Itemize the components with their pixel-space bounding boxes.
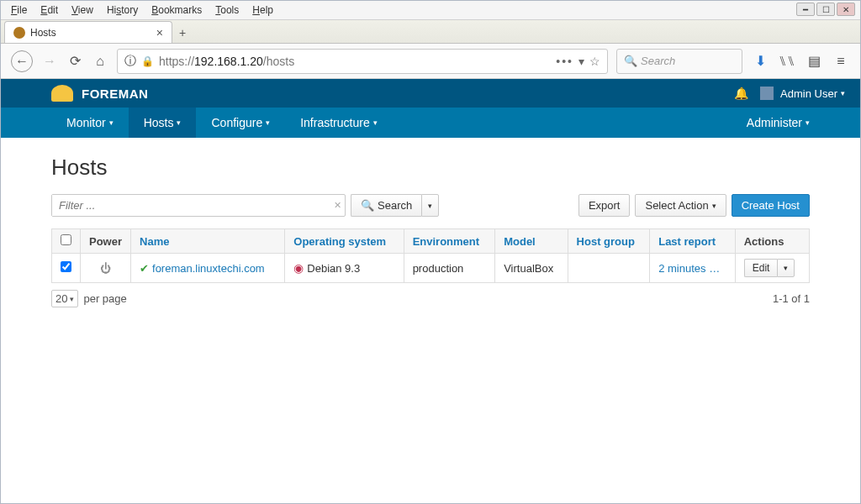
- reload-button[interactable]: ⟳: [66, 53, 83, 70]
- filter-group: ✕: [51, 194, 346, 217]
- sidebar-icon[interactable]: ▤: [805, 52, 823, 71]
- brand[interactable]: FOREMAN: [51, 85, 148, 102]
- brand-icon: [51, 85, 73, 102]
- pagination-count: 1-1 of 1: [773, 292, 810, 305]
- window-close[interactable]: ✕: [837, 3, 855, 16]
- edit-dropdown[interactable]: ▾: [777, 259, 795, 277]
- menu-help[interactable]: Help: [246, 3, 280, 18]
- hosts-table: Power Name Operating system Environment …: [51, 228, 810, 283]
- edit-button[interactable]: Edit: [744, 259, 778, 277]
- select-action-button[interactable]: Select Action ▾: [635, 194, 726, 217]
- browser-search[interactable]: 🔍 Search: [616, 49, 742, 74]
- pagination: 20 ▾ per page 1-1 of 1: [51, 290, 810, 307]
- tab-close-icon[interactable]: ×: [156, 26, 163, 39]
- chevron-down-icon: ▾: [841, 89, 845, 97]
- nav-hosts[interactable]: Hosts ▾: [129, 108, 197, 138]
- forward-button[interactable]: →: [41, 53, 58, 70]
- menu-icon[interactable]: ≡: [832, 52, 850, 71]
- col-name[interactable]: Name: [131, 229, 285, 254]
- per-page-label: per page: [83, 292, 126, 305]
- app-nav: Monitor ▾ Hosts ▾ Configure ▾ Infrastruc…: [1, 108, 860, 138]
- url-text: https://192.168.1.20/hosts: [159, 55, 551, 68]
- search-placeholder: Search: [641, 55, 675, 67]
- browser-tabbar: Hosts × +: [1, 20, 860, 44]
- toolbar-row: ✕ 🔍 Search ▾ Export Select Action ▾ Crea…: [51, 194, 810, 217]
- col-actions: Actions: [735, 229, 809, 254]
- nav-configure[interactable]: Configure ▾: [196, 108, 285, 138]
- debian-icon: ◉: [293, 261, 304, 275]
- search-button[interactable]: 🔍 Search: [351, 194, 421, 217]
- nav-administer[interactable]: Administer ▾: [732, 108, 860, 138]
- select-all-checkbox[interactable]: [61, 234, 71, 245]
- app-header: FOREMAN 🔔 Admin User ▾: [1, 79, 860, 108]
- nav-infrastructure[interactable]: Infrastructure ▾: [285, 108, 392, 138]
- chevron-down-icon: ▾: [109, 118, 114, 127]
- cell-actions: Edit ▾: [735, 254, 809, 283]
- library-icon[interactable]: ⑊⑊: [778, 52, 796, 71]
- downloads-icon[interactable]: ⬇: [751, 52, 769, 71]
- col-lastreport[interactable]: Last report: [650, 229, 736, 254]
- page-body: Hosts ✕ 🔍 Search ▾ Export Select Action …: [1, 138, 860, 324]
- create-host-button[interactable]: Create Host: [732, 194, 810, 217]
- notifications-icon[interactable]: 🔔: [734, 87, 748, 100]
- menu-edit[interactable]: Edit: [34, 3, 65, 18]
- col-os[interactable]: Operating system: [285, 229, 404, 254]
- per-page-select[interactable]: 20 ▾: [51, 290, 78, 307]
- bookmark-star-icon[interactable]: ☆: [589, 55, 600, 68]
- lock-icon: 🔒: [141, 55, 154, 67]
- row-checkbox[interactable]: [61, 261, 71, 272]
- table-row: ⏻ ✔foreman.linuxtechi.com ◉Debian 9.3 pr…: [52, 254, 810, 283]
- cell-lastreport: 2 minutes …: [650, 254, 736, 283]
- search-btn-group: 🔍 Search ▾: [351, 194, 439, 217]
- col-environment[interactable]: Environment: [404, 229, 495, 254]
- url-bar[interactable]: ⓘ 🔒 https://192.168.1.20/hosts ••• ▾ ☆: [117, 49, 608, 74]
- page-title: Hosts: [51, 155, 810, 181]
- menu-view[interactable]: View: [65, 3, 100, 18]
- pocket-icon[interactable]: ▾: [578, 55, 584, 68]
- home-button[interactable]: ⌂: [92, 53, 108, 70]
- col-model[interactable]: Model: [495, 229, 568, 254]
- cell-os: ◉Debian 9.3: [285, 254, 404, 283]
- browser-tab[interactable]: Hosts ×: [4, 21, 172, 43]
- menu-bookmarks[interactable]: Bookmarks: [145, 3, 209, 18]
- search-dropdown[interactable]: ▾: [421, 194, 439, 217]
- user-name: Admin User: [780, 87, 837, 100]
- new-tab-button[interactable]: +: [172, 23, 193, 43]
- info-icon[interactable]: ⓘ: [124, 54, 136, 69]
- tab-favicon: [13, 27, 25, 39]
- brand-text: FOREMAN: [82, 87, 148, 101]
- col-select[interactable]: [52, 229, 81, 254]
- cell-name[interactable]: ✔foreman.linuxtechi.com: [131, 254, 285, 283]
- menu-history[interactable]: History: [100, 3, 145, 18]
- filter-input[interactable]: [52, 195, 330, 216]
- status-ok-icon: ✔: [140, 262, 149, 275]
- chevron-down-icon: ▾: [266, 118, 270, 127]
- cell-environment: production: [404, 254, 495, 283]
- col-power: Power: [81, 229, 131, 254]
- browser-toolbar: ← → ⟳ ⌂ ⓘ 🔒 https://192.168.1.20/hosts •…: [1, 44, 860, 79]
- tab-title: Hosts: [30, 27, 56, 39]
- cell-hostgroup: [568, 254, 650, 283]
- chevron-down-icon: ▾: [806, 118, 810, 127]
- firefox-menubar: File Edit View History Bookmarks Tools H…: [1, 1, 860, 20]
- filter-clear-icon[interactable]: ✕: [330, 195, 345, 216]
- window-minimize[interactable]: ━: [796, 3, 815, 16]
- avatar-icon: [760, 87, 774, 100]
- page-actions-icon[interactable]: •••: [556, 55, 573, 68]
- cell-model: VirtualBox: [495, 254, 568, 283]
- search-icon: 🔍: [624, 55, 637, 67]
- menu-tools[interactable]: Tools: [209, 3, 246, 18]
- power-icon[interactable]: ⏻: [100, 262, 111, 275]
- nav-monitor[interactable]: Monitor ▾: [51, 108, 129, 138]
- chevron-down-icon: ▾: [177, 118, 181, 127]
- menu-file[interactable]: File: [4, 3, 34, 18]
- window-maximize[interactable]: ☐: [816, 3, 835, 16]
- export-button[interactable]: Export: [578, 194, 631, 217]
- back-button[interactable]: ←: [11, 50, 33, 72]
- table-header-row: Power Name Operating system Environment …: [52, 229, 810, 254]
- chevron-down-icon: ▾: [373, 118, 378, 127]
- user-menu[interactable]: Admin User ▾: [760, 87, 845, 100]
- col-hostgroup[interactable]: Host group: [568, 229, 650, 254]
